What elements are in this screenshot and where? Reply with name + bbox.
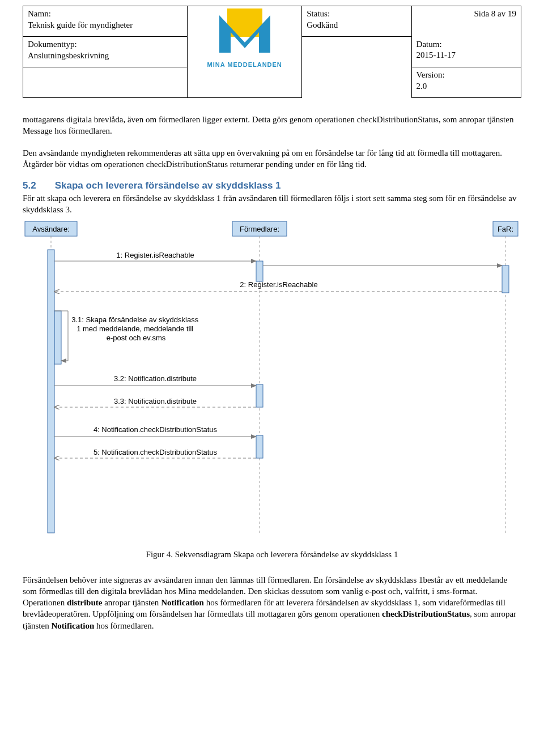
actor-far-label: FaR: — [498, 225, 513, 233]
section-heading: 5.2 Skapa och leverera försändelse av sk… — [23, 180, 521, 191]
msg-2: 2: Register.isReachable — [240, 280, 317, 289]
msg-31: 3.1: Skapa försändelse av skyddsklass 1 … — [71, 315, 201, 342]
hdr-empty — [302, 37, 411, 98]
hdr-doctype-value: Anslutningsbeskrivning — [28, 51, 109, 60]
hdr-page-label: Sida 8 av 19 — [474, 9, 516, 18]
hdr-status-label: Status: — [307, 9, 330, 18]
msg-5: 5: Notification.checkDistributionStatus — [94, 448, 218, 456]
activation-broker-3 — [256, 435, 263, 458]
hdr-name: Namn: Teknisk guide för myndigheter — [23, 6, 188, 37]
activation-broker-2 — [256, 385, 263, 407]
actor-far-box: FaR: — [493, 221, 518, 236]
msg-4: 4: Notification.checkDistributionStatus — [94, 425, 218, 434]
msg-33: 3.3: Notification.distribute — [114, 397, 197, 405]
paragraph-2: Den avsändande myndigheten rekommenderas… — [23, 147, 521, 170]
msg-32: 3.2: Notification.distribute — [114, 374, 197, 383]
hdr-blank — [23, 67, 188, 98]
p3b: anropar tjänsten — [102, 598, 161, 607]
actor-broker-box: Förmedlare: — [232, 221, 287, 236]
hdr-name-label: Namn: — [28, 9, 51, 18]
hdr-page: Sida 8 av 19 — [411, 6, 521, 37]
activation-sender-self — [54, 311, 61, 364]
actor-broker-label: Förmedlare: — [240, 225, 279, 233]
logo-cell: MINA MEDDELANDEN — [188, 6, 302, 98]
logo-text: MINA MEDDELANDEN — [192, 61, 297, 69]
section-lead: För att skapa och leverera en försändels… — [23, 193, 521, 216]
hdr-version-label: Version: — [416, 70, 445, 79]
actor-sender-box: Avsändare: — [25, 221, 77, 236]
hdr-date: Datum: 2015-11-17 — [411, 37, 521, 67]
figure-caption: Figur 4. Sekvensdiagram Skapa och levere… — [23, 550, 521, 559]
hdr-version-value: 2.0 — [416, 82, 427, 91]
msg-1: 1: Register.isReachable — [116, 251, 194, 259]
hdr-doctype-label: Dokumenttyp: — [28, 40, 77, 49]
hdr-date-label: Datum: — [416, 40, 442, 49]
paragraph-1: mottagarens digitala brevlåda, även om f… — [23, 114, 521, 137]
actor-sender-label: Avsändare: — [32, 225, 70, 233]
p3-bold3: checkDistributionStatus — [382, 609, 470, 618]
p3-bold2: Notification — [161, 598, 204, 607]
activation-far — [502, 266, 509, 293]
paragraph-3: Försändelsen behöver inte signeras av av… — [23, 574, 521, 631]
hdr-date-value: 2015-11-17 — [416, 50, 456, 59]
sequence-diagram: Avsändare: Förmedlare: FaR: 1: Register.… — [23, 220, 521, 540]
hdr-status: Status: Godkänd — [302, 6, 411, 37]
activation-sender — [48, 250, 54, 533]
hdr-doctype: Dokumenttyp: Anslutningsbeskrivning — [23, 37, 188, 67]
section-number: 5.2 — [23, 180, 52, 191]
hdr-version: Version: 2.0 — [411, 67, 521, 98]
document-header: Namn: Teknisk guide för myndigheter MINA… — [23, 6, 521, 98]
p3-bold4: Notification — [51, 621, 94, 630]
p3e: hos förmedlaren. — [94, 621, 154, 630]
section-title: Skapa och leverera försändelse av skydds… — [55, 180, 281, 191]
activation-broker-1 — [256, 261, 263, 281]
mina-meddelanden-logo — [214, 8, 276, 59]
p3-bold1: distribute — [67, 598, 103, 607]
hdr-status-value: Godkänd — [307, 20, 338, 29]
hdr-name-value: Teknisk guide för myndigheter — [28, 20, 133, 29]
